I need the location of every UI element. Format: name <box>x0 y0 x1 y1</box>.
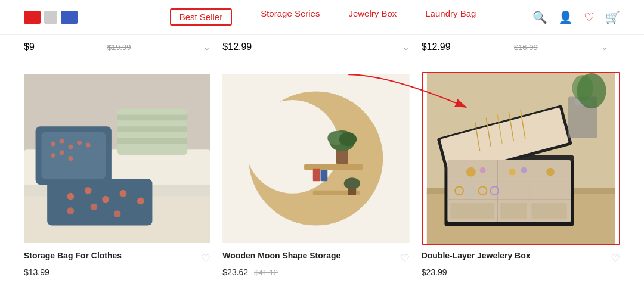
price-old-1: $19.99 <box>107 43 131 52</box>
product-price-row-1: $13.99 <box>24 267 210 277</box>
svg-point-10 <box>86 143 91 148</box>
logo-gray-block <box>44 11 57 24</box>
product-price-row-2: $23.62 $41.12 <box>222 267 409 277</box>
svg-point-12 <box>60 150 64 155</box>
svg-point-73 <box>572 75 593 101</box>
price-bar: $9 $19.99 ⌄ $12.99 ⌄ $12.99 $16.99 ⌄ <box>0 35 644 60</box>
price-old-3: $16.99 <box>514 43 538 52</box>
logo-red-block <box>24 11 41 24</box>
nav-storage-series[interactable]: Storage Series <box>261 8 320 26</box>
product-image-wrap-2[interactable] <box>222 72 409 245</box>
svg-point-13 <box>68 156 73 161</box>
svg-rect-68 <box>500 203 527 219</box>
svg-rect-40 <box>321 170 328 182</box>
user-icon[interactable]: 👤 <box>558 10 573 24</box>
svg-point-61 <box>521 167 527 173</box>
svg-point-58 <box>466 167 476 177</box>
nav-best-seller[interactable]: Best Seller <box>170 8 233 26</box>
product-card-1: Storage Bag For Clothes ♡ $13.99 <box>24 72 222 289</box>
product-price-3: $23.99 <box>422 267 447 277</box>
svg-point-22 <box>120 190 127 197</box>
nav-jewelry-box[interactable]: Jewelry Box <box>348 8 397 26</box>
svg-point-24 <box>67 207 74 214</box>
product-wishlist-1[interactable]: ♡ <box>201 252 210 265</box>
svg-rect-17 <box>117 138 187 144</box>
product-image-wrap-1[interactable] <box>24 72 210 245</box>
svg-point-62 <box>546 168 555 176</box>
product-info-1: Storage Bag For Clothes ♡ $13.99 <box>24 251 210 277</box>
logo <box>24 11 78 24</box>
svg-point-38 <box>344 177 360 189</box>
product-image-wrap-3[interactable] <box>422 72 620 245</box>
product-image-2 <box>222 72 409 245</box>
svg-point-8 <box>68 145 73 150</box>
product-grid: Storage Bag For Clothes ♡ $13.99 <box>0 60 644 299</box>
logo-blue-block <box>61 11 78 24</box>
heart-icon[interactable]: ♡ <box>584 10 595 24</box>
product-info-3: Double-Layer Jewelery Box ♡ $23.99 <box>422 251 620 277</box>
svg-point-23 <box>137 198 144 205</box>
navigation: Best Seller Storage Series Jewelry Box L… <box>0 0 644 35</box>
product-image-3 <box>423 73 619 244</box>
svg-point-20 <box>85 187 92 194</box>
product-card-3: Double-Layer Jewelery Box ♡ $23.99 <box>422 72 620 289</box>
nav-links: Best Seller Storage Series Jewelry Box L… <box>113 8 532 26</box>
svg-point-11 <box>51 153 55 158</box>
product-title-row-1: Storage Bag For Clothes ♡ <box>24 251 210 265</box>
price-current-3: $12.99 <box>422 42 451 52</box>
svg-rect-39 <box>313 169 320 182</box>
product-title-1: Storage Bag For Clothes <box>24 251 122 260</box>
svg-point-21 <box>102 196 109 203</box>
price-cell-3: $12.99 $16.99 ⌄ <box>422 39 620 55</box>
search-icon[interactable]: 🔍 <box>532 10 547 24</box>
svg-point-59 <box>479 167 485 173</box>
svg-point-26 <box>114 210 121 217</box>
chevron-icon-2[interactable]: ⌄ <box>402 42 410 52</box>
product-price-1: $13.99 <box>24 267 49 277</box>
svg-rect-18 <box>47 179 152 225</box>
product-price-strike-2: $41.12 <box>254 268 278 277</box>
svg-point-19 <box>67 193 74 200</box>
chevron-icon-1[interactable]: ⌄ <box>203 42 210 52</box>
svg-rect-69 <box>531 203 566 219</box>
product-info-2: Wooden Moon Shape Storage ♡ $23.62 $41.1… <box>222 251 409 277</box>
product-price-2: $23.62 <box>222 267 248 277</box>
svg-rect-15 <box>117 115 187 121</box>
svg-point-6 <box>51 142 55 147</box>
price-cell-1: $9 $19.99 ⌄ <box>24 39 222 55</box>
product-price-row-3: $23.99 <box>422 267 620 277</box>
product-title-3: Double-Layer Jewelery Box <box>422 251 531 260</box>
product-image-1 <box>24 72 210 245</box>
svg-point-25 <box>91 203 98 210</box>
products-section: Storage Bag For Clothes ♡ $13.99 <box>0 60 644 299</box>
product-title-row-3: Double-Layer Jewelery Box ♡ <box>422 251 620 265</box>
product-wishlist-3[interactable]: ♡ <box>611 252 620 265</box>
nav-icons: 🔍 👤 ♡ 🛒 <box>532 10 620 24</box>
nav-laundry-bag[interactable]: Laundry Bag <box>425 8 476 26</box>
price-current-2: $12.99 <box>222 42 252 52</box>
svg-rect-16 <box>117 126 187 132</box>
product-card-2: Wooden Moon Shape Storage ♡ $23.62 $41.1… <box>222 72 421 289</box>
chevron-icon-3[interactable]: ⌄ <box>601 42 608 52</box>
product-title-row-2: Wooden Moon Shape Storage ♡ <box>222 251 409 265</box>
svg-point-36 <box>339 132 357 146</box>
cart-icon[interactable]: 🛒 <box>605 10 620 24</box>
product-wishlist-2[interactable]: ♡ <box>400 252 410 265</box>
svg-rect-67 <box>450 203 494 219</box>
product-title-2: Wooden Moon Shape Storage <box>222 251 340 260</box>
svg-point-60 <box>509 169 516 176</box>
svg-point-7 <box>60 139 64 144</box>
price-cell-2: $12.99 ⌄ <box>222 39 421 55</box>
svg-point-9 <box>77 141 82 145</box>
price-current-1: $9 <box>24 42 35 52</box>
